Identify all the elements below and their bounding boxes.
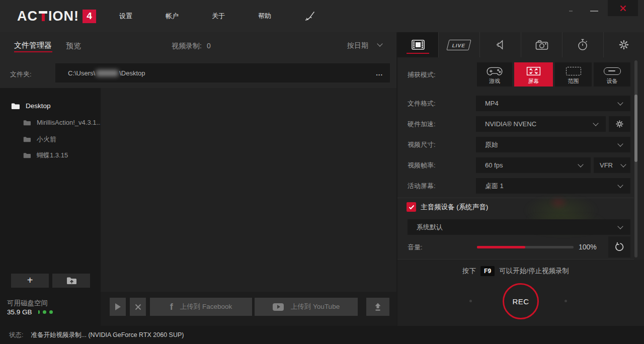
tab-timer[interactable] xyxy=(562,32,604,57)
framerate-dropdown[interactable]: 60 fps xyxy=(476,157,591,173)
tab-live-streaming[interactable]: LIVE xyxy=(439,32,480,57)
tree-item-mirillis[interactable]: MirillisAction!_v4.3.1... xyxy=(23,119,104,126)
folder-label: 文件夹: xyxy=(10,70,32,79)
hw-accel-settings-button[interactable] xyxy=(609,116,630,132)
tree-item-xiaohuojian[interactable]: 小火箭 xyxy=(23,135,104,144)
vfr-dropdown[interactable]: VFR xyxy=(594,157,630,173)
volume-label: 音量: xyxy=(408,240,423,254)
import-folder-button[interactable] xyxy=(52,274,90,288)
main-menu: 设置 帐户 关于 帮助 xyxy=(119,0,315,32)
active-right-tab-underline xyxy=(407,53,429,54)
rec-side-dot xyxy=(469,300,472,302)
upload-youtube-button[interactable]: 上传到 YouTube xyxy=(255,298,358,316)
upload-arrow-icon xyxy=(374,303,381,311)
tab-audio[interactable] xyxy=(480,32,521,57)
folder-icon xyxy=(23,120,31,126)
plus-icon: + xyxy=(27,275,33,285)
tree-item-desktop[interactable]: Desktop xyxy=(11,102,107,110)
speaker-icon xyxy=(495,39,506,50)
rec-button[interactable]: REC xyxy=(503,283,539,319)
section-divider xyxy=(397,198,634,198)
scrollbar-track[interactable] xyxy=(634,60,637,257)
menu-item-about[interactable]: 关于 xyxy=(212,12,225,21)
hotkey-suffix: 可以开始/停止视频录制 xyxy=(499,267,569,276)
upload-facebook-label: 上传到 Facebook xyxy=(180,302,232,311)
export-upload-button[interactable] xyxy=(366,298,389,316)
tree-item-label: MirillisAction!_v4.3.1... xyxy=(37,119,102,126)
audio-device-value: 系统默认 xyxy=(417,223,443,232)
device-icon xyxy=(604,67,621,75)
capture-mode-game[interactable]: 游戏 xyxy=(477,62,512,87)
section-divider xyxy=(397,259,634,260)
logo-text-pre: AC xyxy=(17,9,38,24)
play-button[interactable] xyxy=(110,298,126,316)
folder-icon xyxy=(23,152,31,158)
active-screen-dropdown[interactable]: 桌面 1 xyxy=(476,178,630,194)
active-screen-value: 桌面 1 xyxy=(485,182,504,191)
tree-item-label: 蝴蝶1.3.15 xyxy=(37,151,68,160)
scrollbar-thumb[interactable] xyxy=(634,95,637,162)
active-screen-label: 活动屏幕: xyxy=(408,178,436,194)
app-logo: AC ION! 4 xyxy=(17,8,96,24)
minimize-button[interactable] xyxy=(590,11,598,12)
region-icon xyxy=(566,67,581,75)
folder-path-input[interactable]: C:\Users\ \Desktop ... xyxy=(55,63,390,82)
video-size-dropdown[interactable]: 原始 xyxy=(476,137,630,152)
x-icon xyxy=(135,304,141,310)
facebook-icon: f xyxy=(170,302,173,312)
tab-file-manager[interactable]: 文件管理器 xyxy=(14,41,52,50)
folder-upload-icon xyxy=(66,277,76,285)
menu-item-help[interactable]: 帮助 xyxy=(258,12,271,21)
logo-text-post: ION! xyxy=(48,9,79,24)
capture-mode-screen[interactable]: 屏幕 xyxy=(514,62,553,87)
youtube-icon xyxy=(273,303,284,311)
folder-path-suffix: \Desktop xyxy=(119,69,145,77)
capture-mode-label-text: 设备 xyxy=(607,77,618,85)
tab-preview[interactable]: 预览 xyxy=(66,41,81,51)
chevron-down-icon xyxy=(617,182,623,188)
redacted-username xyxy=(96,70,118,76)
capture-mode-label-text: 屏幕 xyxy=(528,77,539,85)
capture-mode-device[interactable]: 设备 xyxy=(594,62,630,87)
volume-reset-button[interactable] xyxy=(608,236,630,257)
status-text: 准备开始视频录制... (NVIDIA GeForce RTX 2060 SUP… xyxy=(31,331,184,339)
camera-icon xyxy=(535,40,548,50)
audio-device-dropdown[interactable]: 系统默认 xyxy=(408,219,630,235)
primary-audio-checkbox[interactable] xyxy=(407,202,416,212)
file-list-area[interactable] xyxy=(101,88,397,292)
tray-minimize-dash[interactable] xyxy=(569,11,573,12)
file-format-value: MP4 xyxy=(485,100,499,107)
screen-capture-icon xyxy=(526,66,541,76)
action-app-window: AC ION! 4 设置 帐户 关于 帮助 文件管理器 预览 视频录制: 0 按… xyxy=(0,0,644,344)
gear-icon xyxy=(618,39,629,50)
volume-slider-fill xyxy=(477,246,525,248)
tree-item-label: Desktop xyxy=(26,102,51,110)
close-button[interactable] xyxy=(608,0,638,16)
chevron-down-icon xyxy=(617,141,623,146)
gear-icon xyxy=(615,120,624,128)
tree-item-hudie[interactable]: 蝴蝶1.3.15 xyxy=(23,151,104,160)
sort-by-date-dropdown[interactable]: 按日期 xyxy=(347,41,368,50)
browse-button[interactable]: ... xyxy=(376,69,383,77)
pen-icon[interactable] xyxy=(304,11,315,21)
tab-settings[interactable] xyxy=(604,32,644,57)
hw-accel-dropdown[interactable]: NVIDIA® NVENC xyxy=(476,116,606,132)
hotkey-prefix: 按下 xyxy=(462,267,476,276)
framerate-label: 视频帧率: xyxy=(408,157,436,173)
file-format-dropdown[interactable]: MP4 xyxy=(476,96,630,111)
menu-item-settings[interactable]: 设置 xyxy=(119,12,132,21)
folder-icon xyxy=(23,136,31,142)
delete-button[interactable] xyxy=(130,298,146,316)
folder-path-prefix: C:\Users\ xyxy=(68,69,95,77)
menu-item-account[interactable]: 帐户 xyxy=(166,12,179,21)
upload-facebook-button[interactable]: f 上传到 Facebook xyxy=(150,298,252,316)
volume-slider[interactable] xyxy=(477,246,574,248)
close-icon xyxy=(620,5,626,12)
tab-screenshot[interactable] xyxy=(521,32,562,57)
stopwatch-icon xyxy=(577,39,589,51)
gamepad-icon xyxy=(486,66,504,76)
chevron-down-icon[interactable] xyxy=(377,41,382,46)
capture-mode-region[interactable]: 范围 xyxy=(555,62,592,87)
add-folder-button[interactable]: + xyxy=(11,274,49,288)
reset-icon xyxy=(614,242,624,252)
